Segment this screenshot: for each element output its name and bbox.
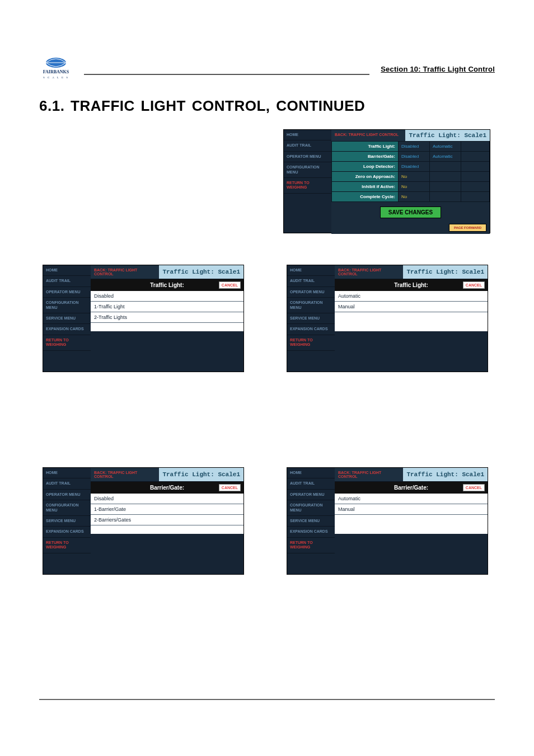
sidebar-item[interactable]: AUDIT TRAIL	[287, 478, 335, 489]
config-row-value	[430, 162, 461, 172]
back-button[interactable]: BACK: TRAFFIC LIGHT CONTROL	[335, 265, 403, 279]
config-row-value[interactable]: Disabled	[399, 162, 430, 172]
sidebar-item[interactable]: AUDIT TRAIL	[43, 478, 91, 489]
config-row-value[interactable]: Automatic	[430, 152, 461, 162]
option-item[interactable]: Manual	[335, 302, 488, 312]
sidebar-item[interactable]: HOME	[284, 130, 331, 140]
back-button[interactable]: BACK: TRAFFIC LIGHT CONTROL	[91, 265, 159, 279]
panel-title: Traffic Light: Scale1	[159, 468, 243, 481]
barrier-gate-mode-panel: HOMEAUDIT TRAILOPERATOR MENUCONFIGURATIO…	[287, 467, 488, 575]
selection-header: Traffic Light: CANCEL	[91, 279, 243, 291]
sidebar-item[interactable]: CONFIGURATION MENU	[287, 298, 335, 313]
footer-rule	[39, 699, 495, 700]
sidebar-item[interactable]: OPERATOR MENU	[284, 152, 331, 162]
header-rule	[84, 74, 369, 75]
sidebar-item[interactable]: RETURN TO WEIGHING	[284, 178, 331, 194]
sidebar: HOMEAUDIT TRAILOPERATOR MENUCONFIGURATIO…	[287, 468, 335, 574]
sidebar-item[interactable]: CONFIGURATION MENU	[287, 500, 335, 516]
config-row-label: Zero on Approach:	[331, 172, 399, 182]
sidebar-item[interactable]: SERVICE MENU	[287, 516, 335, 527]
option-item[interactable]: Disabled	[91, 494, 243, 504]
option-list: Disabled1-Barrier/Gate2-Barriers/Gates	[91, 494, 243, 534]
logo-text: FAIRBANKS	[43, 69, 69, 74]
option-item[interactable]: 2-Barriers/Gates	[91, 515, 243, 525]
sidebar-item[interactable]: AUDIT TRAIL	[284, 140, 331, 151]
cancel-button[interactable]: CANCEL	[219, 281, 241, 289]
option-item[interactable]: 2-Traffic Lights	[91, 312, 243, 323]
page-forward-button[interactable]: PAGE FORWARD	[449, 224, 486, 232]
config-row-spacer	[461, 192, 490, 202]
config-row-value[interactable]: Disabled	[399, 142, 430, 152]
sidebar-item[interactable]: RETURN TO WEIGHING	[43, 335, 91, 351]
sidebar-item[interactable]: EXPANSION CARDS	[287, 527, 335, 537]
back-button[interactable]: BACK: TRAFFIC LIGHT CONTROL	[331, 130, 405, 141]
sidebar-item[interactable]: OPERATOR MENU	[287, 287, 335, 298]
config-row-value[interactable]: No	[399, 182, 430, 192]
sidebar-item[interactable]: EXPANSION CARDS	[43, 527, 91, 537]
svg-text:S C A L E S: S C A L E S	[43, 76, 69, 79]
config-row-spacer	[461, 152, 490, 162]
page-header: FAIRBANKS S C A L E S Section 10: Traffi…	[39, 56, 495, 82]
sidebar-item[interactable]: EXPANSION CARDS	[43, 324, 91, 335]
sidebar-item[interactable]: RETURN TO WEIGHING	[287, 538, 335, 553]
save-changes-button[interactable]: SAVE CHANGES	[380, 206, 441, 218]
sidebar-item[interactable]: HOME	[287, 468, 335, 478]
sidebar-item[interactable]: SERVICE MENU	[43, 313, 91, 324]
sidebar-item[interactable]: AUDIT TRAIL	[287, 276, 335, 287]
cancel-button[interactable]: CANCEL	[463, 484, 485, 491]
sidebar-item[interactable]: OPERATOR MENU	[43, 287, 91, 298]
sidebar: HOMEAUDIT TRAILOPERATOR MENUCONFIGURATIO…	[43, 468, 91, 574]
section-label: Section 10: Traffic Light Control	[381, 65, 495, 73]
panel-title: Traffic Light: Scale1	[405, 130, 490, 141]
sidebar-main: HOMEAUDIT TRAILOPERATOR MENUCONFIGURATIO…	[284, 130, 331, 233]
sidebar-item[interactable]: CONFIGURATION MENU	[43, 500, 91, 516]
back-button[interactable]: BACK: TRAFFIC LIGHT CONTROL	[91, 468, 159, 481]
option-list: AutomaticManual	[335, 291, 488, 331]
sidebar-item[interactable]: SERVICE MENU	[287, 313, 335, 324]
panel-title: Traffic Light: Scale1	[159, 265, 243, 279]
sidebar-item[interactable]: SERVICE MENU	[43, 516, 91, 527]
config-row-label: Barrier/Gate:	[331, 152, 399, 162]
panel-title: Traffic Light: Scale1	[403, 468, 488, 481]
cancel-button[interactable]: CANCEL	[463, 281, 485, 289]
config-row-value[interactable]: No	[399, 172, 430, 182]
sidebar-item[interactable]: EXPANSION CARDS	[287, 324, 335, 335]
barrier-gate-count-panel: HOMEAUDIT TRAILOPERATOR MENUCONFIGURATIO…	[43, 467, 244, 575]
back-button[interactable]: BACK: TRAFFIC LIGHT CONTROL	[335, 468, 403, 481]
document-page: FAIRBANKS S C A L E S Section 10: Traffi…	[0, 0, 534, 756]
config-row-value[interactable]: Automatic	[430, 142, 461, 152]
config-row-value[interactable]: Disabled	[399, 152, 430, 162]
config-row-label: Inhibit if Active:	[331, 182, 399, 192]
config-row-spacer	[461, 142, 490, 152]
sidebar-item[interactable]: CONFIGURATION MENU	[43, 298, 91, 313]
selection-header: Barrier/Gate: CANCEL	[91, 482, 243, 494]
config-row-spacer	[461, 162, 490, 172]
selection-header: Barrier/Gate: CANCEL	[335, 482, 488, 494]
sidebar-item[interactable]: HOME	[43, 468, 91, 478]
sidebar-item[interactable]: HOME	[43, 265, 91, 276]
sidebar-item[interactable]: AUDIT TRAIL	[43, 276, 91, 287]
option-item[interactable]: 1-Barrier/Gate	[91, 504, 243, 515]
option-item[interactable]: Disabled	[91, 291, 243, 302]
sidebar-item[interactable]: RETURN TO WEIGHING	[287, 335, 335, 351]
sidebar-item[interactable]: OPERATOR MENU	[287, 490, 335, 500]
option-item[interactable]: 1-Traffic Light	[91, 302, 243, 312]
config-row-label: Complete Cycle:	[331, 192, 399, 202]
option-list: AutomaticManual	[335, 494, 488, 534]
sidebar-item[interactable]: HOME	[287, 265, 335, 276]
config-panel-main: HOMEAUDIT TRAILOPERATOR MENUCONFIGURATIO…	[283, 129, 490, 233]
traffic-light-count-panel: HOMEAUDIT TRAILOPERATOR MENUCONFIGURATIO…	[43, 265, 244, 372]
config-row-label: Loop Detector:	[331, 162, 399, 172]
option-item[interactable]: Automatic	[335, 291, 488, 302]
sidebar-item[interactable]: CONFIGURATION MENU	[284, 162, 331, 178]
sidebar-item[interactable]: RETURN TO WEIGHING	[43, 538, 91, 553]
config-row-value[interactable]: No	[399, 192, 430, 202]
sidebar-item[interactable]: OPERATOR MENU	[43, 490, 91, 500]
option-item[interactable]: Automatic	[335, 494, 488, 504]
sidebar: HOMEAUDIT TRAILOPERATOR MENUCONFIGURATIO…	[43, 265, 91, 372]
option-item[interactable]: Manual	[335, 504, 488, 515]
panel-title: Traffic Light: Scale1	[403, 265, 488, 279]
cancel-button[interactable]: CANCEL	[219, 484, 241, 491]
sidebar: HOMEAUDIT TRAILOPERATOR MENUCONFIGURATIO…	[287, 265, 335, 372]
config-row-spacer	[461, 182, 490, 192]
